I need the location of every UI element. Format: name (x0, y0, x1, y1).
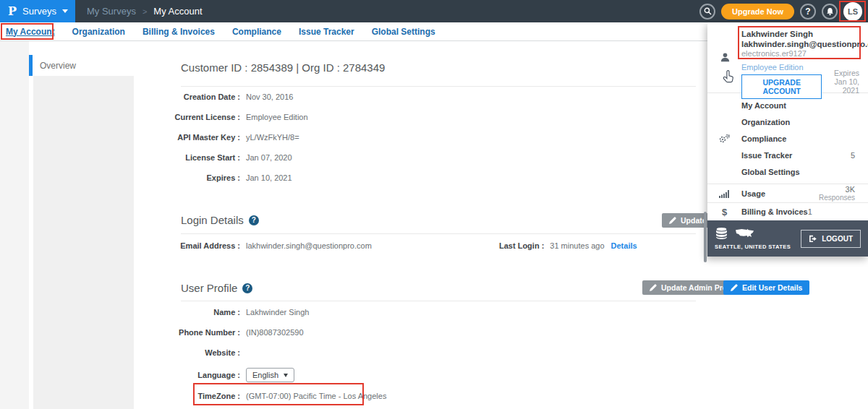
user-avatar[interactable]: LS (843, 2, 862, 21)
breadcrumb-separator: > (142, 7, 147, 16)
upgrade-now-button[interactable]: Upgrade Now (721, 4, 794, 20)
menu-item-compliance[interactable]: Compliance (707, 130, 868, 147)
topbar-actions: Upgrade Now ? LS (699, 2, 868, 21)
expires-info: Expires Jan 10, 2021 (822, 69, 859, 95)
breadcrumb-my-surveys[interactable]: My Surveys (87, 6, 136, 17)
dropdown-menu: My Account Organization Compliance Issue… (707, 92, 868, 184)
question-mark-icon: ? (252, 216, 256, 224)
help-icon[interactable]: ? (242, 283, 252, 293)
menu-item-organization[interactable]: Organization (707, 113, 868, 130)
dropdown-header: Lakhwinder Singh lakhwinder.singh@questi… (707, 22, 868, 92)
user-profile-text: User Profile (181, 282, 237, 294)
user-dropdown-panel: Lakhwinder Singh lakhwinder.singh@questi… (707, 22, 868, 257)
field-language: Language : English (134, 368, 294, 382)
tab-my-account[interactable]: My Account (6, 27, 55, 37)
divider (181, 301, 696, 301)
gears-icon (718, 134, 731, 144)
edit-pencil-icon (650, 284, 657, 291)
field-value: 31 minutes ago (550, 241, 604, 250)
breadcrumb: My Surveys > My Account (87, 6, 203, 17)
field-value: Employee Edition (246, 113, 308, 121)
field-label: Name : (134, 308, 240, 317)
tab-global-settings[interactable]: Global Settings (372, 27, 435, 37)
menu-item-badge: 5 (851, 151, 868, 160)
breadcrumb-my-account: My Account (153, 6, 202, 17)
tab-organization[interactable]: Organization (72, 27, 125, 37)
field-label: License Start : (134, 153, 240, 162)
mouse-cursor-hand-icon (723, 70, 734, 84)
field-value: yL/WzFkYH/8= (246, 133, 299, 142)
usage-unit: Responses (819, 194, 855, 202)
sidebar: Overview (29, 41, 134, 409)
menu-item-label: Organization (741, 118, 855, 126)
field-label: Current License : (134, 113, 240, 121)
field-name: Name : Lakhwinder Singh (134, 308, 309, 317)
menu-item-my-account[interactable]: My Account (707, 97, 868, 113)
sidebar-item-overview[interactable]: Overview (29, 55, 134, 76)
tab-compliance[interactable]: Compliance (232, 27, 281, 37)
dropdown-username: electronics.er9127 (741, 49, 859, 59)
billing-badge: 1 (808, 207, 825, 216)
person-icon (720, 52, 731, 63)
field-label: TimeZone : (134, 392, 240, 400)
login-details-title: Login Details ? (181, 214, 259, 226)
field-label: Website : (134, 348, 240, 357)
menu-item-label: Issue Tracker (741, 151, 851, 160)
usage-label: Usage (741, 189, 765, 198)
field-label: Language : (134, 371, 240, 379)
menu-item-usage[interactable]: Usage 3K Responses (707, 184, 868, 202)
logout-icon (809, 235, 817, 243)
field-label: Email Address : (134, 241, 240, 250)
field-creation-date: Creation Date : Nov 30, 2016 (134, 92, 293, 101)
dropdown-user-name: Lakhwinder Singh (741, 29, 859, 39)
field-value: Lakhwinder Singh (246, 308, 309, 317)
menu-item-label: My Account (741, 101, 855, 110)
tab-issue-tracker[interactable]: Issue Tracker (299, 27, 354, 37)
notifications-button[interactable] (822, 4, 838, 20)
tab-billing-invoices[interactable]: Billing & Invoices (142, 27, 215, 37)
field-value: lakhwinder.singh@questionpro.com (246, 241, 372, 250)
field-value: Nov 30, 2016 (246, 92, 293, 101)
field-label: Creation Date : (134, 92, 240, 101)
app-switcher-label: Surveys (22, 6, 56, 17)
language-select[interactable]: English (246, 368, 294, 382)
edit-user-details-button[interactable]: Edit User Details (723, 280, 809, 295)
field-timezone: TimeZone : (GMT-07:00) Pacific Time - Lo… (134, 392, 386, 400)
menu-item-billing-invoices[interactable]: $ Billing & Invoices 1 (707, 202, 868, 220)
chevron-down-icon (284, 374, 288, 377)
billing-label: Billing & Invoices (741, 207, 808, 216)
field-website: Website : (134, 348, 246, 357)
bar-chart-icon (719, 189, 730, 198)
search-button[interactable] (699, 4, 715, 20)
help-icon[interactable]: ? (249, 215, 259, 225)
field-value: (IN)8087302590 (246, 328, 304, 337)
expires-date: Jan 10, 2021 (822, 77, 859, 95)
logout-button[interactable]: LOGOUT (801, 230, 861, 248)
dollar-icon: $ (722, 207, 727, 218)
question-mark-icon: ? (245, 284, 250, 292)
field-label: API Master Key : (134, 133, 240, 142)
field-expires: Expires : Jan 10, 2021 (134, 173, 292, 182)
sidebar-item-label: Overview (40, 61, 76, 71)
question-mark-icon: ? (805, 7, 810, 17)
search-icon (704, 7, 712, 15)
menu-item-global-settings[interactable]: Global Settings (707, 163, 868, 180)
user-profile-title: User Profile ? (181, 282, 252, 294)
details-link[interactable]: Details (611, 241, 637, 250)
field-label: Last Login : (499, 241, 544, 250)
menu-item-issue-tracker[interactable]: Issue Tracker 5 (707, 147, 868, 163)
field-api-master-key: API Master Key : yL/WzFkYH/8= (134, 133, 299, 142)
help-button[interactable]: ? (800, 4, 816, 20)
field-last-login: Last Login : 31 minutes ago Details (499, 241, 637, 250)
app-switcher[interactable]: P Surveys (0, 0, 75, 22)
language-selected-value: English (252, 371, 278, 379)
dropdown-user-email: lakhwinder.singh@questionpro.com (741, 39, 859, 49)
usage-value: 3K Responses (819, 186, 868, 202)
customer-id-text: Customer ID : 2854389 | Org ID : 2784349 (181, 61, 385, 74)
field-value: (GMT-07:00) Pacific Time - Los Angeles (246, 392, 386, 400)
edit-pencil-icon (669, 217, 676, 224)
field-phone-number: Phone Number : (IN)8087302590 (134, 328, 304, 337)
usage-count: 3K (819, 186, 855, 194)
content-scrollbar-thumb[interactable] (704, 212, 707, 262)
upgrade-account-button[interactable]: UPGRADE ACCOUNT (741, 74, 822, 99)
